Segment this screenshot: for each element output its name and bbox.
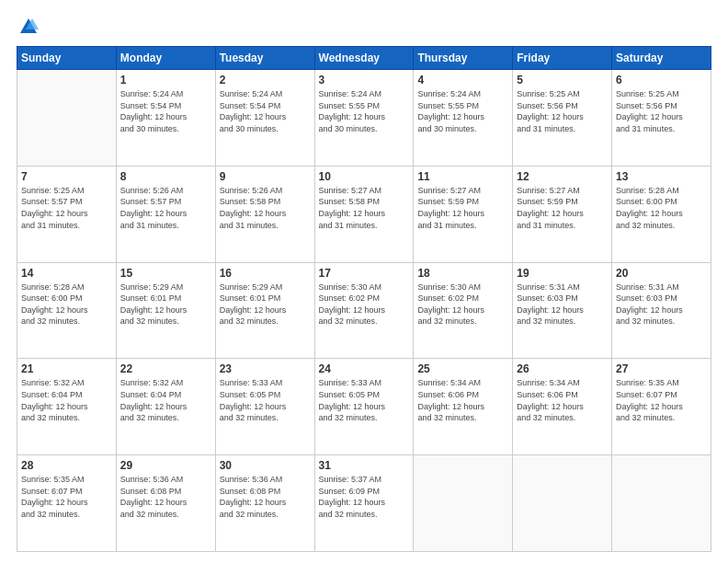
day-info: Sunrise: 5:31 AM Sunset: 6:03 PM Dayligh…: [616, 282, 707, 327]
calendar-cell: 4Sunrise: 5:24 AM Sunset: 5:55 PM Daylig…: [414, 70, 513, 167]
day-info: Sunrise: 5:26 AM Sunset: 5:57 PM Dayligh…: [120, 185, 211, 231]
day-number: 6: [616, 74, 707, 86]
calendar-cell: 21Sunrise: 5:32 AM Sunset: 6:04 PM Dayli…: [17, 359, 117, 455]
day-number: 2: [220, 74, 311, 86]
calendar-cell: 24Sunrise: 5:33 AM Sunset: 6:05 PM Dayli…: [314, 359, 414, 455]
calendar-cell: 16Sunrise: 5:29 AM Sunset: 6:01 PM Dayli…: [215, 262, 314, 359]
day-number: 24: [319, 362, 410, 375]
day-info: Sunrise: 5:34 AM Sunset: 6:06 PM Dayligh…: [517, 377, 608, 423]
calendar-cell: 26Sunrise: 5:34 AM Sunset: 6:06 PM Dayli…: [513, 359, 612, 455]
day-number: 28: [21, 459, 112, 472]
day-info: Sunrise: 5:33 AM Sunset: 6:05 PM Dayligh…: [220, 377, 311, 423]
calendar-week-row: 28Sunrise: 5:35 AM Sunset: 6:07 PM Dayli…: [17, 455, 711, 552]
day-info: Sunrise: 5:35 AM Sunset: 6:07 PM Dayligh…: [21, 474, 112, 520]
calendar-cell: 14Sunrise: 5:28 AM Sunset: 6:00 PM Dayli…: [17, 262, 117, 359]
day-number: 5: [517, 74, 608, 86]
calendar-cell: [414, 455, 513, 552]
calendar-cell: 11Sunrise: 5:27 AM Sunset: 5:59 PM Dayli…: [414, 166, 513, 262]
day-number: 1: [120, 74, 211, 86]
calendar-cell: 18Sunrise: 5:30 AM Sunset: 6:02 PM Dayli…: [414, 262, 513, 359]
calendar-cell: [513, 455, 612, 552]
day-number: 3: [319, 74, 410, 86]
calendar-cell: 6Sunrise: 5:25 AM Sunset: 5:56 PM Daylig…: [612, 70, 711, 167]
weekday-header-monday: Monday: [116, 47, 215, 70]
day-info: Sunrise: 5:25 AM Sunset: 5:56 PM Dayligh…: [616, 88, 707, 134]
calendar-week-row: 7Sunrise: 5:25 AM Sunset: 5:57 PM Daylig…: [17, 166, 711, 262]
calendar-week-row: 14Sunrise: 5:28 AM Sunset: 6:00 PM Dayli…: [17, 262, 711, 359]
day-info: Sunrise: 5:25 AM Sunset: 5:57 PM Dayligh…: [21, 185, 112, 231]
day-info: Sunrise: 5:33 AM Sunset: 6:05 PM Dayligh…: [319, 377, 410, 423]
day-info: Sunrise: 5:27 AM Sunset: 5:59 PM Dayligh…: [517, 185, 608, 231]
calendar-cell: 1Sunrise: 5:24 AM Sunset: 5:54 PM Daylig…: [116, 70, 215, 167]
calendar-cell: 9Sunrise: 5:26 AM Sunset: 5:58 PM Daylig…: [215, 166, 314, 262]
calendar-cell: 23Sunrise: 5:33 AM Sunset: 6:05 PM Dayli…: [215, 359, 314, 455]
calendar-body: 1Sunrise: 5:24 AM Sunset: 5:54 PM Daylig…: [17, 70, 711, 552]
day-info: Sunrise: 5:26 AM Sunset: 5:58 PM Dayligh…: [220, 185, 311, 231]
day-info: Sunrise: 5:24 AM Sunset: 5:55 PM Dayligh…: [319, 88, 410, 134]
day-number: 16: [220, 267, 311, 280]
day-number: 31: [319, 459, 410, 472]
day-info: Sunrise: 5:34 AM Sunset: 6:06 PM Dayligh…: [417, 377, 508, 423]
calendar-cell: 20Sunrise: 5:31 AM Sunset: 6:03 PM Dayli…: [612, 262, 711, 359]
calendar-cell: 19Sunrise: 5:31 AM Sunset: 6:03 PM Dayli…: [513, 262, 612, 359]
calendar-cell: 22Sunrise: 5:32 AM Sunset: 6:04 PM Dayli…: [116, 359, 215, 455]
weekday-header-saturday: Saturday: [612, 47, 711, 70]
logo-icon: [18, 17, 39, 37]
calendar-week-row: 21Sunrise: 5:32 AM Sunset: 6:04 PM Dayli…: [17, 359, 711, 455]
weekday-header-sunday: Sunday: [17, 47, 117, 70]
weekday-header-thursday: Thursday: [414, 47, 513, 70]
day-number: 13: [616, 170, 707, 183]
day-number: 17: [319, 267, 410, 280]
day-number: 12: [517, 170, 608, 183]
day-number: 10: [319, 170, 410, 183]
calendar-cell: 30Sunrise: 5:36 AM Sunset: 6:08 PM Dayli…: [215, 455, 314, 552]
day-number: 26: [517, 362, 608, 375]
weekday-header-wednesday: Wednesday: [314, 47, 414, 70]
day-info: Sunrise: 5:29 AM Sunset: 6:01 PM Dayligh…: [220, 282, 311, 327]
day-number: 15: [120, 267, 211, 280]
calendar-cell: [612, 455, 711, 552]
day-number: 8: [120, 170, 211, 183]
day-number: 21: [21, 362, 112, 375]
day-info: Sunrise: 5:30 AM Sunset: 6:02 PM Dayligh…: [417, 282, 508, 327]
day-number: 11: [417, 170, 508, 183]
day-info: Sunrise: 5:29 AM Sunset: 6:01 PM Dayligh…: [120, 282, 211, 327]
calendar-cell: 10Sunrise: 5:27 AM Sunset: 5:58 PM Dayli…: [314, 166, 414, 262]
calendar-table: SundayMondayTuesdayWednesdayThursdayFrid…: [17, 46, 711, 552]
calendar-cell: 28Sunrise: 5:35 AM Sunset: 6:07 PM Dayli…: [17, 455, 117, 552]
calendar-cell: 5Sunrise: 5:25 AM Sunset: 5:56 PM Daylig…: [513, 70, 612, 167]
calendar-header: SundayMondayTuesdayWednesdayThursdayFrid…: [17, 47, 711, 70]
weekday-header-friday: Friday: [513, 47, 612, 70]
day-info: Sunrise: 5:25 AM Sunset: 5:56 PM Dayligh…: [517, 88, 608, 134]
day-info: Sunrise: 5:28 AM Sunset: 6:00 PM Dayligh…: [21, 282, 112, 327]
calendar-cell: [17, 70, 117, 167]
day-number: 9: [220, 170, 311, 183]
calendar-cell: 7Sunrise: 5:25 AM Sunset: 5:57 PM Daylig…: [17, 166, 117, 262]
day-info: Sunrise: 5:36 AM Sunset: 6:08 PM Dayligh…: [220, 474, 311, 520]
page: SundayMondayTuesdayWednesdayThursdayFrid…: [0, 0, 728, 563]
day-info: Sunrise: 5:37 AM Sunset: 6:09 PM Dayligh…: [319, 474, 410, 520]
day-number: 25: [417, 362, 508, 375]
day-info: Sunrise: 5:36 AM Sunset: 6:08 PM Dayligh…: [120, 474, 211, 520]
day-info: Sunrise: 5:24 AM Sunset: 5:54 PM Dayligh…: [120, 88, 211, 134]
day-number: 23: [220, 362, 311, 375]
day-number: 29: [120, 459, 211, 472]
logo: [17, 17, 39, 37]
calendar-cell: 17Sunrise: 5:30 AM Sunset: 6:02 PM Dayli…: [314, 262, 414, 359]
day-info: Sunrise: 5:27 AM Sunset: 5:59 PM Dayligh…: [417, 185, 508, 231]
weekday-header-tuesday: Tuesday: [215, 47, 314, 70]
day-info: Sunrise: 5:27 AM Sunset: 5:58 PM Dayligh…: [319, 185, 410, 231]
calendar-cell: 13Sunrise: 5:28 AM Sunset: 6:00 PM Dayli…: [612, 166, 711, 262]
day-info: Sunrise: 5:24 AM Sunset: 5:55 PM Dayligh…: [417, 88, 508, 134]
day-number: 27: [616, 362, 707, 375]
day-number: 7: [21, 170, 112, 183]
calendar-cell: 3Sunrise: 5:24 AM Sunset: 5:55 PM Daylig…: [314, 70, 414, 167]
day-number: 20: [616, 267, 707, 280]
calendar-cell: 8Sunrise: 5:26 AM Sunset: 5:57 PM Daylig…: [116, 166, 215, 262]
day-number: 22: [120, 362, 211, 375]
day-number: 19: [517, 267, 608, 280]
calendar-cell: 2Sunrise: 5:24 AM Sunset: 5:54 PM Daylig…: [215, 70, 314, 167]
calendar-cell: 31Sunrise: 5:37 AM Sunset: 6:09 PM Dayli…: [314, 455, 414, 552]
header: [17, 17, 711, 37]
day-info: Sunrise: 5:24 AM Sunset: 5:54 PM Dayligh…: [220, 88, 311, 134]
